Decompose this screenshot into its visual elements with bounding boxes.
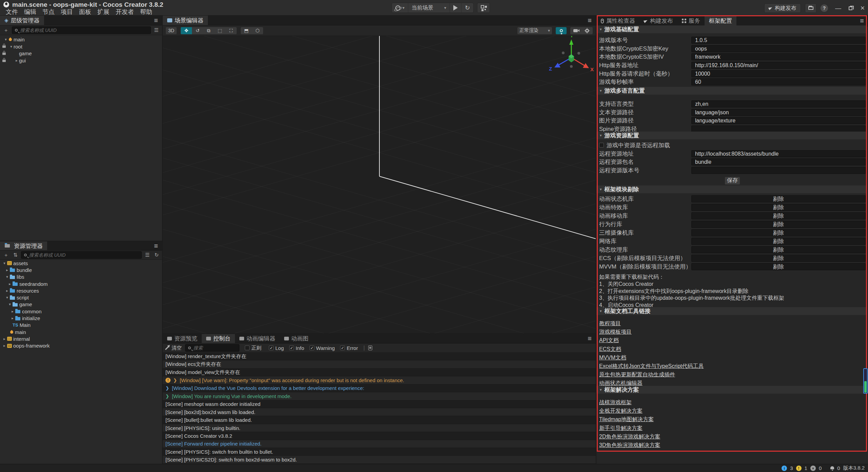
- log-row[interactable]: [Scene] [PHYSICS]: using builtin.: [163, 424, 596, 432]
- log-row[interactable]: [Window] ecs文件夹存在: [163, 360, 596, 368]
- console-search[interactable]: [185, 344, 239, 352]
- hierarchy-filter-button[interactable]: ☰: [153, 27, 160, 33]
- rect-tool-button[interactable]: ⬚: [214, 27, 225, 35]
- field-input[interactable]: oops: [691, 45, 866, 52]
- log-row[interactable]: [Scene] [box2d]:box2d wasm lib loaded.: [163, 408, 596, 416]
- save-button[interactable]: 保存: [725, 177, 740, 185]
- expand-chevron-icon[interactable]: ❯: [165, 394, 169, 399]
- tab-框架配置[interactable]: 框架配置: [705, 16, 736, 26]
- regex-checkbox[interactable]: [245, 346, 250, 350]
- tree-node[interactable]: ▸initialize: [0, 315, 162, 321]
- section-header[interactable]: ▾ 游戏基础配置: [596, 25, 867, 33]
- log-row[interactable]: [Scene] [PHYSICS]: switch from builtin t…: [163, 448, 596, 456]
- chevron-down-icon[interactable]: ▾: [3, 37, 8, 42]
- chevron-right-icon[interactable]: ▸: [2, 337, 7, 341]
- section-header[interactable]: ▾ 游戏资源配置: [596, 132, 867, 139]
- chevron-down-icon[interactable]: ▾: [5, 275, 9, 279]
- play-button[interactable]: [450, 3, 461, 13]
- section-header[interactable]: ▾ 框架模块剔除: [596, 185, 867, 193]
- field-input[interactable]: language/texture: [691, 117, 866, 124]
- log-row[interactable]: [Scene] Cocos Creator v3.8.2: [163, 432, 596, 440]
- lock-icon[interactable]: [2, 45, 6, 48]
- tree-node[interactable]: ▸internal: [0, 335, 162, 342]
- lighting-toggle-button[interactable]: [555, 27, 567, 35]
- log-row[interactable]: [Scene] meshopt wasm decoder initialized: [163, 400, 596, 408]
- close-button[interactable]: ×: [860, 5, 865, 11]
- space-toggle-button[interactable]: ⬡: [252, 27, 263, 35]
- remove-button[interactable]: 剔除: [691, 204, 866, 211]
- doc-link[interactable]: 游戏模板项目: [599, 329, 632, 336]
- remove-button[interactable]: 剔除: [691, 246, 866, 253]
- tab-hierarchy[interactable]: ◈ 层级管理器: [0, 16, 44, 25]
- menu-item-4[interactable]: 面板: [76, 8, 94, 16]
- menu-item-0[interactable]: 文件: [3, 8, 21, 16]
- assets-search-input[interactable]: [29, 252, 139, 258]
- remove-button[interactable]: 剔除: [691, 229, 866, 236]
- scale-tool-button[interactable]: ⧉: [203, 27, 214, 35]
- tree-node[interactable]: ▸resources: [0, 287, 162, 294]
- remove-button[interactable]: 剔除: [691, 195, 866, 202]
- field-input[interactable]: framework: [691, 53, 866, 60]
- chevron-down-icon[interactable]: ▾: [5, 295, 9, 300]
- field-input[interactable]: bundle: [691, 158, 866, 165]
- chevron-right-icon[interactable]: ▸: [2, 343, 7, 348]
- assets-filter-button[interactable]: ☰: [144, 252, 151, 258]
- menu-item-1[interactable]: 编辑: [21, 8, 39, 16]
- sort-assets-button[interactable]: ⇅: [12, 252, 19, 258]
- field-input[interactable]: 10000: [691, 70, 866, 77]
- expand-chevron-icon[interactable]: ❯: [165, 386, 169, 391]
- minimize-button[interactable]: —: [835, 5, 841, 11]
- tree-node[interactable]: ▸bundle: [0, 267, 162, 273]
- doc-link[interactable]: 原生包热更新配置自动生成插件: [599, 371, 675, 378]
- log-row[interactable]: [Scene] [bullet]:bullet wasm lib loaded.: [163, 416, 596, 424]
- inspector-scrollbar-thumb[interactable]: [863, 368, 868, 394]
- tree-node[interactable]: ▾main: [0, 36, 162, 43]
- build-publish-button[interactable]: 构建发布: [764, 3, 801, 13]
- error-count-icon[interactable]: ×: [810, 466, 816, 471]
- preview-platform-button[interactable]: ▾: [392, 3, 408, 13]
- open-project-folder-button[interactable]: [805, 3, 816, 13]
- scene-camera-button[interactable]: [570, 27, 581, 35]
- doc-link[interactable]: ECS文档: [599, 346, 621, 353]
- hierarchy-search[interactable]: [12, 26, 151, 34]
- scene-viewport[interactable]: Y X Z: [163, 36, 596, 333]
- section-header[interactable]: ▾ 框架解决方案: [596, 386, 867, 394]
- remove-button[interactable]: 剔除: [691, 212, 866, 219]
- tree-node[interactable]: ▾libs: [0, 274, 162, 280]
- remove-button[interactable]: 剔除: [691, 238, 866, 245]
- chevron-down-icon[interactable]: ▾: [2, 261, 7, 266]
- log-row[interactable]: [Window] render_texture文件夹存在: [163, 353, 596, 360]
- move-tool-button[interactable]: ✥: [181, 27, 192, 35]
- doc-link[interactable]: Tiledmap地图解决方案: [599, 416, 654, 423]
- doc-link[interactable]: 教程项目: [599, 320, 621, 327]
- field-input[interactable]: 60: [691, 78, 866, 85]
- log-row[interactable]: !❯[Window] [Vue warn]: Property "onInput…: [163, 376, 596, 384]
- tab-动画图[interactable]: 动画图: [280, 334, 313, 343]
- filter-log[interactable]: ✓Log: [267, 345, 286, 351]
- doc-link[interactable]: 新手引导解决方案: [599, 425, 643, 432]
- device-preview-button[interactable]: [477, 3, 490, 13]
- tree-node[interactable]: ▸oops-framework: [0, 342, 162, 349]
- doc-link[interactable]: MVVM文档: [599, 354, 626, 361]
- tab-属性检查器[interactable]: 属性检查器: [596, 16, 639, 26]
- chevron-down-icon[interactable]: ▾: [7, 302, 12, 307]
- field-input[interactable]: http://192.168.0.150/main/: [691, 62, 866, 69]
- tree-node[interactable]: ▸seedrandom: [0, 280, 162, 287]
- field-input[interactable]: language/json: [691, 109, 866, 116]
- hierarchy-search-input[interactable]: [20, 27, 148, 33]
- toggle-2d3d-button[interactable]: 3D: [165, 27, 177, 35]
- chevron-right-icon[interactable]: ▸: [5, 268, 9, 272]
- regex-toggle[interactable]: 正则: [243, 345, 263, 351]
- create-asset-button[interactable]: ＋: [2, 252, 10, 258]
- doc-link[interactable]: 全栈开发解决方案: [599, 408, 643, 415]
- section-header[interactable]: ▾ 游戏多语言配置: [596, 87, 867, 95]
- maximize-button[interactable]: [848, 5, 853, 11]
- bell-icon[interactable]: [830, 466, 834, 469]
- tree-node[interactable]: ▸common: [0, 308, 162, 315]
- tab-动画编辑器[interactable]: 动画编辑器: [235, 334, 280, 343]
- checkbox-checked-icon[interactable]: ✓: [269, 346, 274, 350]
- log-row[interactable]: [Window] model_view文件夹存在: [163, 369, 596, 376]
- doc-link[interactable]: 战棋游戏框架: [599, 399, 632, 406]
- field-input[interactable]: http://localhost:8083/assets/bundle: [691, 150, 866, 157]
- chevron-right-icon[interactable]: ▸: [5, 289, 9, 293]
